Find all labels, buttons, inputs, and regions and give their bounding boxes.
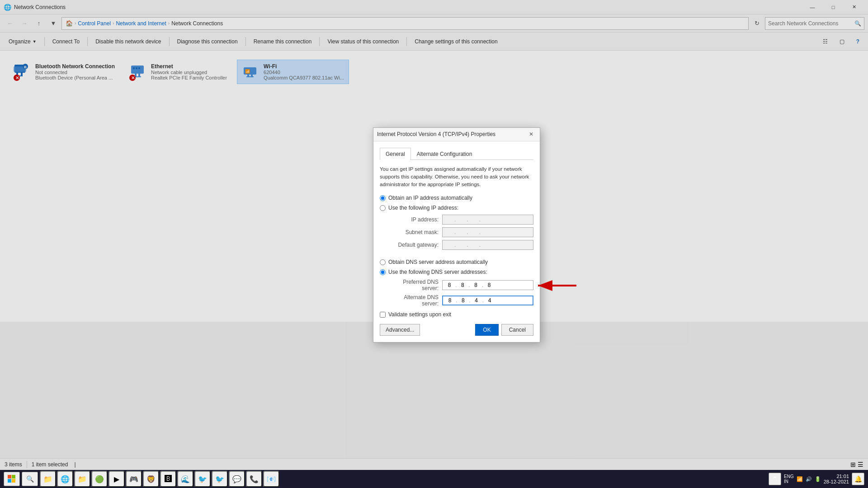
dialog-title: Internet Protocol Version 4 (TCP/IPv4) P… [377, 131, 495, 137]
ip-oct4[interactable] [481, 216, 491, 223]
taskbar-app-chat[interactable]: 💬 [229, 471, 245, 487]
obtain-dns-radio[interactable] [380, 259, 386, 265]
taskbar-app-twitter[interactable]: 🐦 [194, 471, 211, 487]
subnet-oct3[interactable] [469, 229, 478, 235]
start-button[interactable] [4, 472, 20, 486]
taskbar-app-green[interactable]: 🟢 [91, 471, 108, 487]
obtain-dns-radio-option[interactable]: Obtain DNS server address automatically [380, 259, 533, 265]
taskbar-app-whatsapp[interactable]: 📞 [246, 471, 262, 487]
ip-oct1[interactable] [444, 216, 453, 223]
use-dns-radio[interactable] [380, 269, 386, 275]
preferred-dns-oct1[interactable] [444, 282, 454, 288]
taskbar-right: ⌃ ENGIN 📶 🔊 🔋 21:01 28-12-2021 🔔 [769, 473, 864, 485]
taskbar-volume-icon: 🔊 [806, 476, 812, 482]
taskbar-apps: 📁 🌐 📁 🟢 ▶ 🎮 🦁 🅱 🌊 🐦 🐦 💬 📞 📧 [40, 471, 279, 487]
ip-address-input[interactable]: . . . [442, 215, 533, 225]
preferred-dns-input[interactable]: . . . [442, 280, 533, 290]
dialog-title-bar: Internet Protocol Version 4 (TCP/IPv4) P… [373, 128, 540, 141]
section-spacer [380, 253, 533, 257]
taskbar-notification-center[interactable]: ⌃ [769, 473, 781, 485]
red-arrow-annotation [533, 277, 579, 296]
gw-oct1[interactable] [444, 242, 453, 248]
cancel-button[interactable]: Cancel [501, 324, 533, 336]
default-gateway-input[interactable]: . . . [442, 240, 533, 250]
alternate-dns-row: Alternate DNS server: . . . [389, 294, 533, 307]
subnet-oct2[interactable] [457, 229, 466, 235]
tab-alternate-config[interactable]: Alternate Configuration [411, 148, 478, 160]
svg-rect-24 [12, 475, 15, 479]
alternate-dns-label: Alternate DNS server: [389, 294, 439, 307]
use-ip-radio-option[interactable]: Use the following IP address: [380, 205, 533, 211]
ip-fields-group: IP address: . . . Subnet mask: [389, 215, 533, 250]
taskbar-app-files[interactable]: 📁 [74, 471, 90, 487]
use-ip-radio[interactable] [380, 205, 386, 211]
obtain-ip-label: Obtain an IP address automatically [388, 195, 472, 201]
subnet-mask-label: Subnet mask: [389, 229, 439, 235]
taskbar-time-display: 21:01 [824, 474, 849, 479]
svg-rect-25 [8, 479, 11, 483]
taskbar-app-browser2[interactable]: 🌊 [177, 471, 193, 487]
gw-oct3[interactable] [469, 242, 478, 248]
taskbar-app-brave[interactable]: 🦁 [143, 471, 159, 487]
obtain-ip-radio-option[interactable]: Obtain an IP address automatically [380, 195, 533, 201]
alternate-dns-oct3[interactable] [472, 297, 481, 304]
default-gateway-row: Default gateway: . . . [389, 240, 533, 250]
validate-label: Validate settings upon exit [388, 311, 451, 318]
use-ip-label: Use the following IP address: [388, 205, 458, 211]
preferred-dns-oct3[interactable] [471, 282, 481, 288]
dialog-actions: OK Cancel [475, 324, 533, 336]
svg-rect-26 [12, 479, 15, 483]
tcpip-properties-dialog: Internet Protocol Version 4 (TCP/IPv4) P… [373, 127, 540, 343]
use-dns-radio-option[interactable]: Use the following DNS server addresses: [380, 269, 533, 275]
preferred-dns-oct4[interactable] [484, 282, 494, 288]
obtain-dns-label: Obtain DNS server address automatically [388, 259, 488, 265]
taskbar-app-chrome[interactable]: 🌐 [57, 471, 73, 487]
windows-logo-icon [8, 475, 16, 483]
alternate-dns-input[interactable]: . . . [442, 296, 533, 305]
alternate-dns-oct2[interactable] [458, 297, 468, 304]
taskbar-app-email[interactable]: 📧 [263, 471, 279, 487]
dialog-overlay: Internet Protocol Version 4 (TCP/IPv4) P… [0, 0, 868, 470]
use-dns-label: Use the following DNS server addresses: [388, 269, 487, 275]
taskbar: 🔍 📁 🌐 📁 🟢 ▶ 🎮 🦁 🅱 🌊 🐦 🐦 💬 📞 📧 ⌃ ENGIN 📶 … [0, 470, 868, 488]
tab-general[interactable]: General [380, 148, 411, 160]
taskbar-battery-icon: 🔋 [815, 476, 821, 482]
preferred-dns-oct2[interactable] [458, 282, 467, 288]
ip-address-row: IP address: . . . [389, 215, 533, 225]
red-arrow-icon [533, 277, 579, 295]
subnet-mask-input[interactable]: . . . [442, 227, 533, 237]
taskbar-language: ENGIN [784, 474, 794, 484]
taskbar-clock: 21:01 28-12-2021 [824, 474, 849, 484]
dialog-description: You can get IP settings assigned automat… [380, 165, 533, 189]
taskbar-wifi-icon: 📶 [797, 476, 803, 482]
alternate-dns-oct4[interactable] [485, 297, 495, 304]
subnet-mask-row: Subnet mask: . . . [389, 227, 533, 237]
gw-oct4[interactable] [481, 242, 491, 248]
taskbar-app-game[interactable]: 🎮 [126, 471, 142, 487]
obtain-ip-radio[interactable] [380, 195, 386, 201]
gw-oct2[interactable] [457, 242, 466, 248]
taskbar-app-twitter2[interactable]: 🐦 [212, 471, 228, 487]
taskbar-search-button[interactable]: 🔍 [22, 472, 38, 486]
taskbar-app-explorer[interactable]: 📁 [40, 471, 56, 487]
validate-checkbox-row: Validate settings upon exit [380, 311, 533, 318]
subnet-oct4[interactable] [481, 229, 491, 235]
taskbar-action-center[interactable]: 🔔 [852, 473, 864, 485]
alternate-dns-oct1[interactable] [445, 297, 455, 304]
default-gateway-label: Default gateway: [389, 242, 439, 248]
subnet-oct1[interactable] [444, 229, 453, 235]
taskbar-app-bit[interactable]: 🅱 [160, 471, 176, 487]
taskbar-date-display: 28-12-2021 [824, 479, 849, 484]
dialog-tabs: General Alternate Configuration [380, 148, 533, 160]
ip-oct3[interactable] [469, 216, 478, 223]
validate-checkbox[interactable] [380, 312, 386, 318]
advanced-button[interactable]: Advanced... [380, 324, 420, 336]
ip-oct2[interactable] [457, 216, 466, 223]
taskbar-app-media[interactable]: ▶ [108, 471, 125, 487]
preferred-dns-row: Preferred DNS server: . . . [389, 279, 533, 291]
preferred-dns-label: Preferred DNS server: [389, 279, 439, 291]
dialog-close-button[interactable]: ✕ [526, 129, 536, 139]
dialog-body: General Alternate Configuration You can … [373, 141, 540, 343]
svg-rect-23 [8, 475, 11, 479]
ok-button[interactable]: OK [475, 324, 498, 336]
